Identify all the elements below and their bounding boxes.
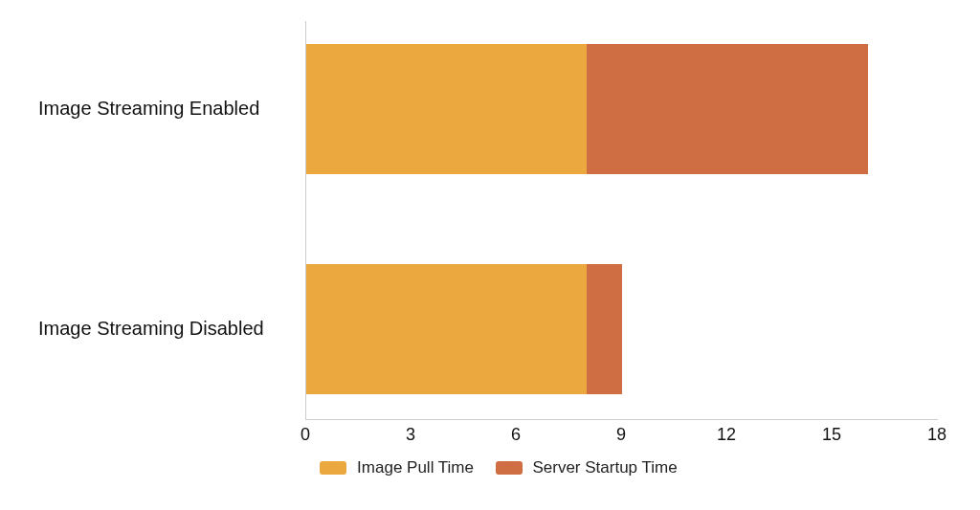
x-tick: 9	[616, 425, 626, 445]
legend-swatch-image-pull	[320, 461, 346, 475]
category-label-enabled: Image Streaming Enabled	[38, 98, 287, 120]
legend-label-server-start: Server Startup Time	[532, 458, 677, 477]
bar-disabled-server-start	[587, 264, 622, 394]
category-label-disabled: Image Streaming Disabled	[38, 318, 287, 340]
bar-enabled-server-start	[587, 44, 867, 174]
x-tick: 3	[406, 425, 415, 445]
legend-swatch-server-start	[496, 461, 523, 475]
bar-enabled-image-pull	[306, 44, 587, 174]
legend-label-image-pull: Image Pull Time	[357, 458, 474, 477]
bar-disabled-image-pull	[306, 264, 587, 394]
x-tick: 18	[927, 425, 947, 445]
x-tick: 12	[717, 425, 736, 445]
x-tick: 15	[822, 425, 841, 445]
legend: Image Pull Time Server Startup Time	[0, 457, 980, 477]
chart: Image Streaming Enabled Image Streaming …	[0, 0, 980, 510]
plot-area	[305, 21, 938, 420]
x-tick: 6	[511, 425, 521, 445]
x-tick: 0	[301, 425, 310, 445]
